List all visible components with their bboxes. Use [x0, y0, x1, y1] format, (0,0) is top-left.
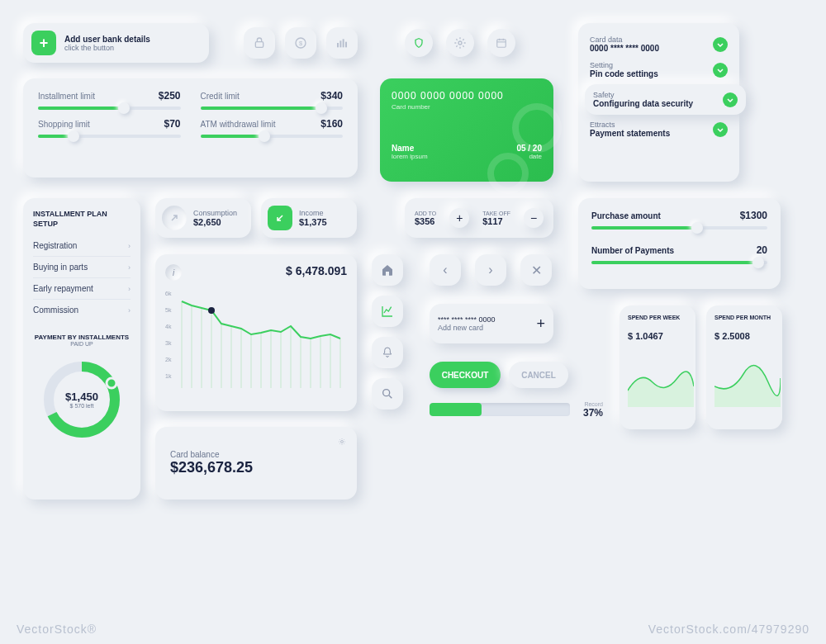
- plus-icon: +: [536, 315, 545, 333]
- svg-rect-4: [339, 40, 341, 47]
- plan-item[interactable]: Commission›: [33, 300, 131, 320]
- settings-item[interactable]: SettingPin code settings: [590, 57, 728, 83]
- slider[interactable]: [201, 135, 344, 138]
- line-chart-icon-button[interactable]: [372, 296, 403, 327]
- add-card[interactable]: **** **** **** 0000Add new card +: [430, 304, 553, 343]
- bar-chart-icon-button[interactable]: [326, 27, 358, 59]
- lock-icon-button[interactable]: [244, 27, 275, 59]
- card-number: 0000 0000 0000 0000: [392, 90, 542, 102]
- close-button[interactable]: ✕: [520, 254, 552, 286]
- svg-point-41: [341, 441, 344, 443]
- chevron-down-icon: [713, 37, 728, 52]
- gear-icon[interactable]: [337, 437, 347, 447]
- svg-point-38: [208, 307, 215, 314]
- consumption-card[interactable]: Consumption$2,650: [155, 198, 251, 238]
- income-card[interactable]: Income$1,375: [261, 198, 357, 238]
- slider[interactable]: [38, 135, 181, 138]
- plan-item[interactable]: Early repayment›: [33, 278, 131, 300]
- add-user-sub: click the button: [64, 44, 150, 52]
- limit-item[interactable]: Credit limit$340: [201, 90, 344, 110]
- gear-icon-button[interactable]: [446, 29, 474, 57]
- plan-item[interactable]: Registration›: [33, 235, 131, 257]
- shield-icon-button[interactable]: [405, 29, 433, 57]
- spend-week-card: SPEND PER WEEK $ 1.0467: [620, 305, 695, 429]
- settings-item-active[interactable]: SafetyConfiguring data security: [585, 84, 746, 115]
- add-take-card: ADD TO$356 + TAKE OFF$117 −: [405, 198, 553, 238]
- chevron-down-icon: [723, 92, 738, 107]
- limit-item[interactable]: Installment limit$250: [38, 90, 181, 110]
- arrow-down-left-icon: [268, 206, 292, 230]
- arrow-up-right-icon: [162, 206, 187, 230]
- purchase-card: Purchase amount$1300 Number of Payments2…: [578, 198, 781, 289]
- add-user-card[interactable]: + Add user bank details click the button: [23, 23, 209, 63]
- progress-card: Record 37%: [430, 403, 570, 416]
- svg-rect-8: [497, 40, 506, 47]
- plus-icon: +: [31, 31, 56, 55]
- plan-card: INSTALLMENT PLAN SETUP Registration› Buy…: [23, 198, 140, 500]
- limits-card: Installment limit$250 Credit limit$340 S…: [23, 78, 358, 178]
- slider[interactable]: [591, 261, 767, 264]
- donut-chart: $1,450 $ 570 left: [40, 358, 123, 441]
- svg-rect-6: [345, 42, 347, 48]
- balance-card: Card balance $236,678.25: [155, 427, 357, 500]
- svg-text:3k: 3k: [165, 340, 172, 346]
- minus-button[interactable]: −: [524, 208, 544, 228]
- info-icon[interactable]: i: [165, 264, 182, 281]
- settings-list: Card data0000 **** **** 0000 SettingPin …: [578, 23, 739, 182]
- svg-rect-5: [343, 39, 344, 47]
- credit-card[interactable]: 0000 0000 0000 0000 Card number Namelore…: [380, 78, 553, 182]
- settings-item[interactable]: Card data0000 **** **** 0000: [590, 31, 728, 57]
- svg-rect-0: [255, 42, 263, 48]
- limit-item[interactable]: Shopping limit$70: [38, 118, 181, 138]
- svg-point-39: [383, 390, 390, 396]
- chart-value: $ 6,478.091: [286, 264, 347, 277]
- watermark-brand: VectorStock®: [17, 623, 97, 636]
- progress-fill: [430, 403, 482, 416]
- line-chart: 6k5k4k 3k2k1k: [165, 281, 347, 396]
- svg-text:4k: 4k: [165, 324, 172, 329]
- settings-item[interactable]: EttractsPayment statements: [590, 116, 728, 142]
- watermark-id: VectorStock.com/47979290: [648, 623, 809, 636]
- line-chart-card: i $ 6,478.091 6k5k4k 3k2k1k: [155, 254, 357, 411]
- next-button[interactable]: ›: [475, 254, 506, 286]
- svg-line-40: [389, 395, 392, 398]
- slider[interactable]: [38, 107, 181, 110]
- svg-point-7: [458, 41, 462, 45]
- cancel-button[interactable]: CANCEL: [509, 362, 568, 388]
- svg-text:2k: 2k: [165, 357, 172, 362]
- search-icon-button[interactable]: [372, 378, 403, 410]
- plan-item[interactable]: Buying in parts›: [33, 257, 131, 278]
- limit-item[interactable]: ATM withdrawal limit$160: [201, 118, 344, 138]
- svg-text:1k: 1k: [165, 373, 172, 379]
- slider[interactable]: [591, 226, 767, 230]
- checkout-button[interactable]: CHECKOUT: [430, 362, 501, 388]
- bell-icon-button[interactable]: [372, 337, 403, 368]
- svg-text:6k: 6k: [165, 291, 172, 296]
- chevron-down-icon: [713, 122, 728, 137]
- svg-text:5k: 5k: [165, 307, 172, 313]
- dollar-icon-button[interactable]: $: [285, 27, 316, 59]
- plus-button[interactable]: +: [449, 208, 469, 228]
- svg-text:$: $: [299, 40, 302, 47]
- slider[interactable]: [201, 107, 344, 110]
- home-icon-button[interactable]: [372, 254, 403, 286]
- prev-button[interactable]: ‹: [430, 254, 461, 286]
- spend-month-card: SPEND PER MONTH $ 2.5008: [706, 305, 782, 429]
- add-user-title: Add user bank details: [64, 35, 150, 44]
- svg-rect-3: [337, 43, 339, 47]
- chevron-down-icon: [713, 63, 728, 78]
- calendar-icon-button[interactable]: [487, 29, 515, 57]
